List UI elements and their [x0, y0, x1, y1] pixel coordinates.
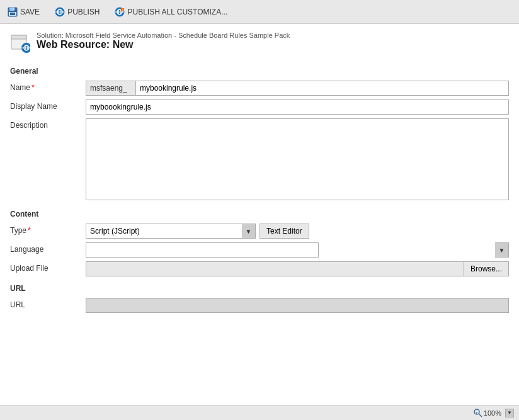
- type-select-wrapper: Script (JScript) HTML CSS ▼: [86, 224, 256, 239]
- upload-wrapper: Browse...: [86, 261, 509, 276]
- description-row: Description: [10, 118, 509, 202]
- solution-header: Solution: Microsoft Field Service Automa…: [0, 24, 519, 57]
- svg-rect-4: [10, 13, 15, 15]
- main-content: Solution: Microsoft Field Service Automa…: [0, 24, 519, 405]
- publish-button[interactable]: PUBLISH: [52, 6, 102, 18]
- language-select-wrapper: ▼: [86, 242, 509, 258]
- display-name-control-area: [86, 99, 509, 115]
- language-select[interactable]: [86, 242, 319, 258]
- publish-all-icon: !: [115, 7, 125, 17]
- svg-text:+: +: [476, 411, 478, 414]
- type-row: Type* Script (JScript) HTML CSS ▼ Text E…: [10, 224, 509, 239]
- type-select[interactable]: Script (JScript) HTML CSS: [86, 224, 256, 239]
- text-editor-label: Text Editor: [266, 227, 302, 236]
- name-label: Name*: [10, 81, 86, 92]
- description-control-area: [86, 118, 509, 202]
- type-label: Type*: [10, 224, 86, 235]
- url-field: [86, 298, 509, 313]
- upload-file-row: Upload File Browse...: [10, 261, 509, 276]
- url-row: URL: [10, 298, 509, 313]
- type-required-star: *: [28, 226, 31, 235]
- svg-rect-2: [13, 8, 14, 10]
- display-name-label: Display Name: [10, 99, 86, 111]
- zoom-dropdown-button[interactable]: ▼: [505, 409, 514, 417]
- upload-file-label: Upload File: [10, 261, 86, 273]
- form-area: General Name* msfsaeng_ Display Name Des…: [0, 57, 519, 327]
- language-control-area: ▼: [86, 242, 509, 258]
- url-control-area: [86, 298, 509, 313]
- language-select-arrow-icon: ▼: [495, 242, 509, 258]
- zoom-level: 100%: [484, 409, 501, 417]
- name-required-star: *: [31, 83, 35, 92]
- toolbar: SAVE PUBLISH ! PUBLISH ALL CUSTOMIZA...: [0, 0, 519, 24]
- url-label: URL: [10, 298, 86, 309]
- zoom-area: + 100%: [474, 409, 501, 417]
- name-prefix: msfsaeng_: [86, 81, 136, 96]
- url-section-header: URL: [10, 284, 509, 293]
- description-label: Description: [10, 118, 86, 130]
- text-editor-button[interactable]: Text Editor: [260, 224, 309, 239]
- statusbar: + 100% ▼: [0, 405, 519, 420]
- name-control-area: msfsaeng_: [86, 81, 509, 96]
- solution-subtitle: Solution: Microsoft Field Service Automa…: [37, 31, 290, 39]
- language-row: Language ▼: [10, 242, 509, 258]
- general-section-header: General: [10, 67, 509, 76]
- name-row: Name* msfsaeng_: [10, 81, 509, 96]
- solution-title: Web Resource: New: [37, 39, 290, 50]
- publish-all-label: PUBLISH ALL CUSTOMIZA...: [127, 8, 227, 16]
- svg-rect-16: [11, 35, 26, 39]
- save-icon: [8, 7, 18, 17]
- publish-label: PUBLISH: [67, 8, 100, 16]
- svg-line-22: [479, 414, 482, 417]
- display-name-row: Display Name: [10, 99, 509, 115]
- upload-input-display: [86, 261, 464, 276]
- name-input[interactable]: [136, 81, 509, 96]
- name-field-wrapper: msfsaeng_: [86, 81, 509, 96]
- type-row-inner: Script (JScript) HTML CSS ▼ Text Editor: [86, 224, 509, 239]
- solution-icon: [10, 33, 30, 53]
- browse-label: Browse...: [471, 264, 502, 273]
- publish-all-button[interactable]: ! PUBLISH ALL CUSTOMIZA...: [112, 6, 230, 18]
- content-section-header: Content: [10, 210, 509, 219]
- save-button[interactable]: SAVE: [5, 6, 42, 18]
- type-control-area: Script (JScript) HTML CSS ▼ Text Editor: [86, 224, 509, 239]
- browse-button[interactable]: Browse...: [464, 261, 509, 276]
- display-name-input[interactable]: [86, 99, 509, 115]
- upload-file-control-area: Browse...: [86, 261, 509, 276]
- solution-info: Solution: Microsoft Field Service Automa…: [37, 31, 290, 50]
- language-label: Language: [10, 242, 86, 254]
- publish-icon: [55, 7, 65, 17]
- description-textarea[interactable]: [86, 118, 509, 200]
- zoom-icon: +: [474, 409, 482, 417]
- type-select-arrow-icon: ▼: [242, 224, 256, 239]
- save-label: SAVE: [20, 8, 40, 16]
